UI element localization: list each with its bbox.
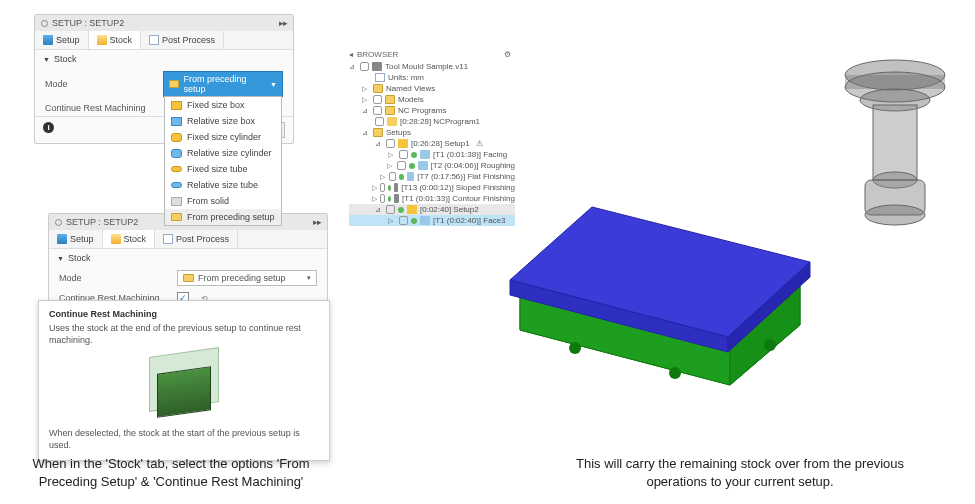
box-icon [171, 101, 182, 110]
dd-fixed-cyl[interactable]: Fixed size cylinder [165, 129, 281, 145]
tab-label: Stock [110, 35, 133, 45]
mode-dropdown[interactable]: From preceding setup ▾ [177, 270, 317, 286]
dd-label: From preceding setup [187, 212, 275, 222]
mode-dropdown[interactable]: From preceding setup ▼ Fixed size box Re… [163, 71, 283, 97]
setup-panel-2: SETUP : SETUP2 ▸▸ Setup Stock Post Proce… [48, 213, 328, 308]
dd-label: Relative size box [187, 116, 255, 126]
status-ok-icon [388, 196, 391, 202]
doc-icon [149, 35, 159, 45]
expand-icon[interactable]: ▸▸ [313, 217, 321, 227]
section-label: Stock [54, 54, 77, 64]
nc-icon [387, 117, 397, 126]
dd-rel-cyl[interactable]: Relative size cylinder [165, 145, 281, 161]
op-icon [418, 161, 428, 170]
mode-row: Mode From preceding setup ▾ [49, 267, 327, 289]
node-label: [0:26:28] Setup1 [411, 139, 470, 148]
svg-point-4 [669, 367, 681, 379]
folder-icon [373, 128, 383, 137]
solid-icon [171, 197, 182, 206]
tube-icon [171, 166, 182, 172]
status-ok-icon [411, 152, 417, 158]
tool-render [835, 45, 955, 235]
tooltip-body-2: When deselected, the stock at the start … [49, 428, 319, 451]
tab-stock[interactable]: Stock [89, 31, 142, 49]
tree-named-views[interactable]: ▷Named Views [349, 83, 515, 94]
browser-title: BROWSER [357, 50, 398, 59]
status-ok-icon [399, 174, 403, 180]
caption-left: When in the 'Stock' tab, select the opti… [6, 455, 336, 491]
dd-label: From solid [187, 196, 229, 206]
info-icon[interactable]: i [43, 122, 54, 133]
op-icon [407, 172, 414, 181]
node-label: Models [398, 95, 424, 104]
dd-label: Fixed size cylinder [187, 132, 261, 142]
op-icon [420, 150, 430, 159]
browser-header[interactable]: ◂ BROWSER ⚙ [345, 48, 515, 61]
op-icon [420, 216, 430, 225]
tooltip-image [139, 352, 229, 422]
node-label: NC Programs [398, 106, 446, 115]
folder-icon [385, 95, 395, 104]
node-label: Named Views [386, 84, 435, 93]
tooltip-body-1: Uses the stock at the end of the previou… [49, 323, 319, 346]
doc-icon [163, 234, 173, 244]
section-stock[interactable]: Stock [35, 50, 293, 68]
dd-rel-box[interactable]: Relative size box [165, 113, 281, 129]
dd-from-solid[interactable]: From solid [165, 193, 281, 209]
folder-icon [183, 274, 194, 282]
panel-title: SETUP : SETUP2 [66, 217, 138, 227]
tree-nc-programs[interactable]: ⊿NC Programs [349, 105, 515, 116]
section-label: Stock [68, 253, 91, 263]
node-label: Tool Mould Sample v11 [385, 62, 468, 71]
tooltip-title: Continue Rest Machining [49, 309, 319, 319]
component-icon [372, 62, 382, 71]
cylinder-icon [171, 133, 182, 142]
dd-rel-tube[interactable]: Relative size tube [165, 177, 281, 193]
folder-icon [385, 106, 395, 115]
op-icon [394, 183, 399, 192]
dropdown-value: From preceding setup [198, 273, 286, 283]
expand-icon[interactable]: ▸▸ [279, 18, 287, 28]
panel-header[interactable]: SETUP : SETUP2 ▸▸ [35, 15, 293, 31]
panel-title: SETUP : SETUP2 [52, 18, 124, 28]
dd-label: Fixed size tube [187, 164, 248, 174]
mode-label: Mode [45, 79, 155, 89]
tab-stock[interactable]: Stock [103, 230, 156, 248]
status-ok-icon [411, 218, 417, 224]
dd-fixed-box[interactable]: Fixed size box [165, 97, 281, 113]
tab-post[interactable]: Post Process [155, 230, 238, 248]
op-icon [394, 194, 399, 203]
caret-left-icon[interactable]: ◂ [349, 50, 353, 59]
folder-icon [373, 84, 383, 93]
folder-icon [169, 80, 179, 88]
tab-setup[interactable]: Setup [35, 31, 89, 49]
tab-post[interactable]: Post Process [141, 31, 224, 49]
tabs: Setup Stock Post Process [49, 230, 327, 249]
caret-down-icon: ▼ [270, 81, 277, 88]
dd-from-preceding[interactable]: From preceding setup [165, 209, 281, 225]
gear-icon[interactable]: ⚙ [504, 50, 511, 59]
svg-point-5 [764, 339, 776, 351]
section-stock[interactable]: Stock [49, 249, 327, 267]
cylinder-icon [171, 149, 182, 158]
tree-models[interactable]: ▷Models [349, 94, 515, 105]
node-label: [0:02:40] Setup2 [420, 205, 479, 214]
tree-units[interactable]: Units: mm [349, 72, 515, 83]
status-ok-icon [398, 207, 404, 213]
tab-label: Stock [124, 234, 147, 244]
bullet-icon [55, 219, 62, 226]
tree-root[interactable]: ⊿Tool Mould Sample v11 [349, 61, 515, 72]
tab-label: Post Process [162, 35, 215, 45]
tab-setup[interactable]: Setup [49, 230, 103, 248]
tree-ncprogram1[interactable]: [0:28:28] NCProgram1 [349, 116, 515, 127]
setup-icon [398, 139, 408, 148]
setup-icon [407, 205, 417, 214]
mode-label: Mode [59, 273, 169, 283]
dd-fixed-tube[interactable]: Fixed size tube [165, 161, 281, 177]
setup-icon [57, 234, 67, 244]
caret-down-icon: ▾ [307, 274, 311, 282]
dropdown-list: Fixed size box Relative size box Fixed s… [164, 96, 282, 226]
continue-label: Continue Rest Machining [45, 103, 155, 113]
node-label: Setups [386, 128, 411, 137]
tab-label: Setup [70, 234, 94, 244]
